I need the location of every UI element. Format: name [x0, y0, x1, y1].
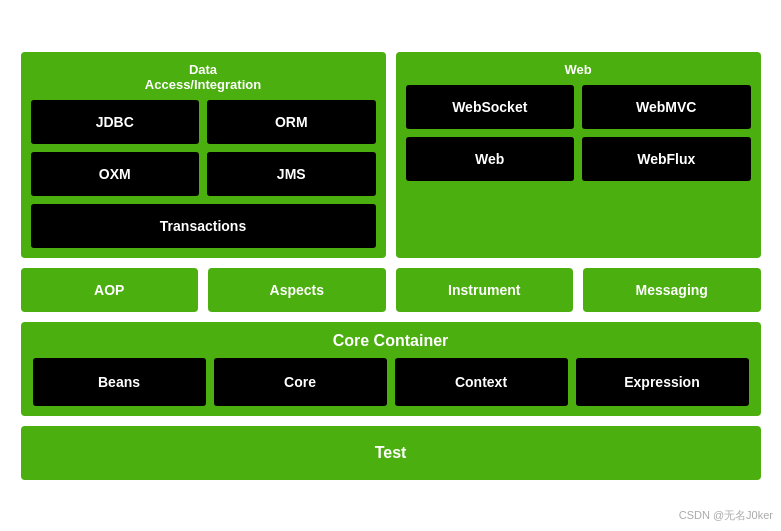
core-container-title: Core Container [33, 332, 749, 350]
data-access-title: DataAccess/Integration [31, 62, 376, 92]
aop-item: AOP [21, 268, 199, 312]
top-row: DataAccess/Integration JDBC ORM OXM JMS … [21, 52, 761, 258]
web-item: Web [406, 137, 575, 181]
web-grid: WebSocket WebMVC Web WebFlux [406, 85, 751, 181]
middle-row: AOP Aspects Instrument Messaging [21, 268, 761, 312]
instrument-item: Instrument [396, 268, 574, 312]
web-title: Web [406, 62, 751, 77]
data-access-box: DataAccess/Integration JDBC ORM OXM JMS … [21, 52, 386, 258]
aspects-item: Aspects [208, 268, 386, 312]
jdbc-item: JDBC [31, 100, 200, 144]
web-box: Web WebSocket WebMVC Web WebFlux [396, 52, 761, 258]
transactions-item: Transactions [31, 204, 376, 248]
webflux-item: WebFlux [582, 137, 751, 181]
test-box: Test [21, 426, 761, 480]
beans-item: Beans [33, 358, 206, 406]
jms-item: JMS [207, 152, 376, 196]
websocket-item: WebSocket [406, 85, 575, 129]
context-item: Context [395, 358, 568, 406]
core-container-box: Core Container Beans Core Context Expres… [21, 322, 761, 416]
spring-framework-diagram: DataAccess/Integration JDBC ORM OXM JMS … [21, 52, 761, 480]
watermark: CSDN @无名J0ker [679, 508, 773, 523]
orm-item: ORM [207, 100, 376, 144]
messaging-item: Messaging [583, 268, 761, 312]
data-access-grid: JDBC ORM OXM JMS Transactions [31, 100, 376, 248]
expression-item: Expression [576, 358, 749, 406]
oxm-item: OXM [31, 152, 200, 196]
core-items-row: Beans Core Context Expression [33, 358, 749, 406]
core-item: Core [214, 358, 387, 406]
webmvc-item: WebMVC [582, 85, 751, 129]
